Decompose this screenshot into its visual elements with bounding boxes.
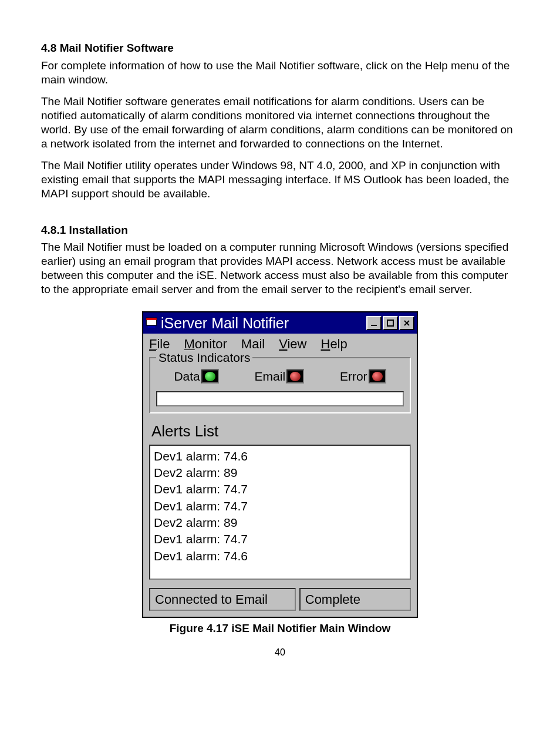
indicator-data: Data [174, 369, 218, 384]
list-item[interactable]: Dev2 alarm: 89 [154, 465, 406, 481]
list-item[interactable]: Dev1 alarm: 74.7 [154, 531, 406, 547]
indicator-label: Data [174, 369, 200, 384]
status-connection: Connected to Email [149, 588, 296, 611]
minimize-button[interactable] [366, 316, 382, 330]
menu-view[interactable]: View [279, 336, 306, 352]
alerts-heading: Alerts List [143, 418, 417, 445]
indicator-label: Email [255, 369, 286, 384]
list-item[interactable]: Dev1 alarm: 74.6 [154, 548, 406, 564]
page-number: 40 [41, 647, 519, 658]
svg-rect-3 [371, 325, 377, 326]
paragraph: The Mail Notifier must be loaded on a co… [41, 240, 519, 296]
app-icon [146, 317, 157, 329]
status-indicators-group: Status Indicators Data Email Error [149, 357, 411, 413]
list-item[interactable]: Dev1 alarm: 74.7 [154, 498, 406, 515]
alerts-list[interactable]: Dev1 alarm: 74.6Dev2 alarm: 89Dev1 alarm… [149, 445, 411, 580]
svg-rect-2 [148, 326, 156, 328]
status-bar: Connected to Email Complete [149, 588, 411, 611]
indicator-label: Error [340, 369, 367, 384]
led-red-icon [369, 369, 386, 384]
paragraph: The Mail Notifier utility operates under… [41, 159, 519, 200]
indicator-error: Error [340, 369, 386, 384]
list-item[interactable]: Dev2 alarm: 89 [154, 515, 406, 531]
section-heading: 4.8 Mail Notifier Software [41, 41, 519, 55]
window-title: iServer Mail Notifier [161, 314, 366, 332]
maximize-button[interactable] [383, 316, 398, 330]
led-green-icon [201, 369, 219, 384]
paragraph: For complete information of how to use t… [41, 59, 519, 87]
section-heading: 4.8.1 Installation [41, 223, 519, 237]
titlebar: iServer Mail Notifier [143, 312, 417, 334]
indicator-email: Email [255, 369, 305, 384]
status-progress: Complete [299, 588, 411, 611]
group-label: Status Indicators [156, 350, 252, 365]
app-window: iServer Mail Notifier File Monitor Mail … [142, 311, 418, 618]
figure-caption: Figure 4.17 iSE Mail Notifier Main Windo… [41, 621, 519, 636]
svg-rect-1 [146, 318, 157, 321]
paragraph: The Mail Notifier software generates ema… [41, 95, 519, 150]
menu-help[interactable]: Help [321, 336, 347, 352]
svg-rect-4 [387, 320, 393, 326]
list-item[interactable]: Dev1 alarm: 74.7 [154, 481, 406, 497]
led-red-icon [286, 369, 304, 384]
figure: iServer Mail Notifier File Monitor Mail … [41, 311, 519, 618]
list-item[interactable]: Dev1 alarm: 74.6 [154, 448, 406, 465]
status-text-field [156, 391, 404, 406]
close-button[interactable] [399, 316, 414, 330]
